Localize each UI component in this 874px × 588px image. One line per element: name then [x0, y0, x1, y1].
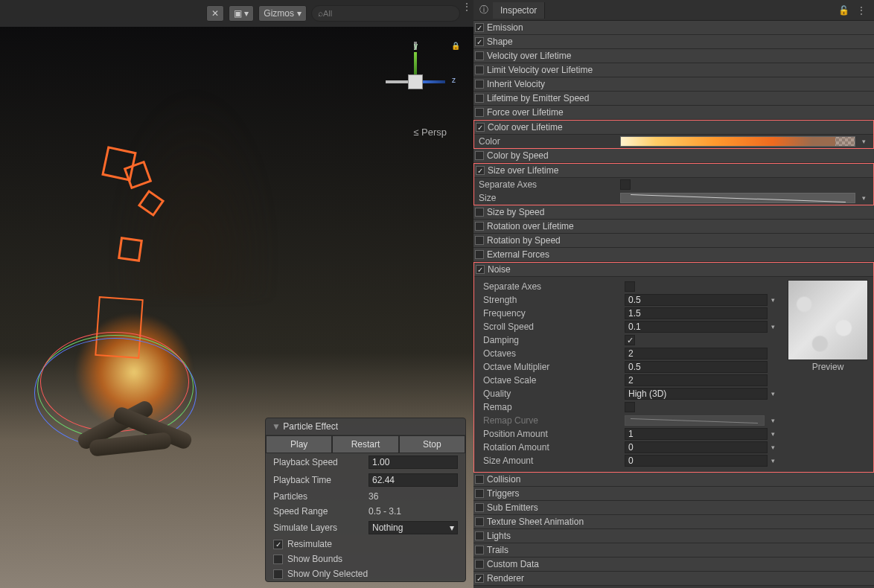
simulate-layers-field[interactable]: Nothing▾ [369, 521, 458, 534]
noise-preview: Preview [787, 280, 869, 467]
lock-icon[interactable]: 🔒 [451, 42, 460, 50]
show-bounds-checkbox[interactable] [273, 555, 283, 564]
noise-damping-label: Damping [483, 335, 625, 345]
rotation-over-lifetime-checkbox[interactable] [475, 222, 484, 231]
velocity-over-lifetime-checkbox[interactable] [475, 51, 484, 60]
noise-checkbox[interactable] [476, 265, 485, 274]
orientation-gizmo[interactable]: 🔒 y z [378, 45, 453, 119]
noise-frequency-field[interactable]: 1.5 [625, 307, 768, 319]
noise-frequency-label: Frequency [483, 308, 625, 319]
playback-time-field[interactable]: 62.44 [369, 473, 458, 487]
show-only-selected-checkbox[interactable] [273, 569, 283, 579]
speed-range-value: 0.5 - 3.1 [369, 506, 458, 517]
sub-emitters-checkbox[interactable] [475, 503, 484, 512]
kebab-icon[interactable]: ⋮ [855, 5, 868, 16]
color-over-lifetime-checkbox[interactable] [476, 123, 485, 132]
module-rotation-over-lifetime[interactable]: Rotation over Lifetime [473, 220, 874, 233]
module-trails[interactable]: Trails [473, 543, 874, 557]
sol-separate-axes-checkbox[interactable] [620, 179, 631, 190]
module-size-over-lifetime[interactable]: Size over Lifetime [474, 164, 873, 177]
scene-view[interactable]: ✕ ▣ ▾ Gizmos ▾ ⌕ ⋮ 🔒 y z ≤ Persp [0, 0, 473, 588]
chevron-down-icon[interactable]: ▾ [858, 138, 869, 145]
module-size-by-speed[interactable]: Size by Speed [473, 205, 874, 219]
size-by-speed-checkbox[interactable] [475, 208, 484, 217]
module-noise[interactable]: Noise [474, 263, 873, 276]
projection-label[interactable]: ≤ Persp [413, 127, 447, 138]
limit-velocity-checkbox[interactable] [475, 65, 484, 74]
chevron-down-icon[interactable]: ▾ [858, 194, 869, 202]
module-emission[interactable]: Emission [473, 21, 874, 34]
noise-position-amount-field[interactable]: 1 [625, 428, 768, 440]
restart-button[interactable]: Restart [332, 435, 398, 453]
noise-scroll-speed-field[interactable]: 0.1 [625, 321, 768, 333]
module-rotation-by-speed[interactable]: Rotation by Speed [473, 234, 874, 247]
noise-damping-checkbox[interactable] [625, 335, 635, 345]
emission-checkbox[interactable] [475, 23, 484, 32]
module-lights[interactable]: Lights [473, 529, 874, 543]
resimulate-checkbox[interactable] [273, 540, 283, 549]
noise-rotation-amount-field[interactable]: 0 [625, 441, 768, 453]
noise-octaves-field[interactable]: 2 [625, 348, 768, 359]
size-label: Size [479, 193, 620, 203]
tools-icon[interactable]: ✕ [206, 5, 224, 22]
kebab-icon[interactable]: ⋮ [460, 0, 473, 13]
stop-button[interactable]: Stop [399, 435, 465, 453]
noise-strength-field[interactable]: 0.5 [625, 294, 768, 306]
chevron-down-icon[interactable]: ▾ [768, 390, 778, 397]
module-texture-sheet-animation[interactable]: Texture Sheet Animation [473, 515, 874, 528]
module-sub-emitters[interactable]: Sub Emitters [473, 501, 874, 514]
color-by-speed-checkbox[interactable] [475, 151, 484, 160]
module-shape[interactable]: Shape [473, 35, 874, 48]
collision-checkbox[interactable] [475, 475, 484, 484]
module-external-forces[interactable]: External Forces [473, 248, 874, 261]
module-inherit-velocity[interactable]: Inherit Velocity [473, 77, 874, 91]
rotation-by-speed-checkbox[interactable] [475, 236, 484, 245]
gizmos-dropdown[interactable]: Gizmos ▾ [258, 5, 307, 22]
module-color-by-speed[interactable]: Color by Speed [473, 149, 874, 162]
module-velocity-over-lifetime[interactable]: Velocity over Lifetime [473, 49, 874, 63]
module-force-over-lifetime[interactable]: Force over Lifetime [473, 106, 874, 119]
triggers-checkbox[interactable] [475, 489, 484, 498]
camera-dropdown[interactable]: ▣ ▾ [229, 5, 254, 22]
noise-scroll-speed-label: Scroll Speed [483, 322, 625, 332]
noise-remap-checkbox[interactable] [625, 402, 635, 412]
chevron-down-icon[interactable]: ▾ [768, 444, 778, 451]
play-button[interactable]: Play [266, 435, 332, 453]
external-forces-checkbox[interactable] [475, 250, 484, 259]
chevron-down-icon[interactable]: ▾ [768, 296, 778, 304]
size-curve-field[interactable] [620, 193, 855, 203]
module-collision[interactable]: Collision [473, 473, 874, 486]
lights-checkbox[interactable] [475, 531, 484, 540]
color-gradient-field[interactable] [620, 136, 855, 147]
noise-quality-field[interactable]: High (3D) [625, 388, 768, 400]
noise-octave-scale-field[interactable]: 2 [625, 374, 768, 386]
inherit-velocity-checkbox[interactable] [475, 80, 484, 89]
chevron-down-icon[interactable]: ▾ [768, 430, 778, 438]
search-input[interactable]: ⌕ [311, 5, 460, 22]
module-triggers[interactable]: Triggers [473, 487, 874, 500]
lifetime-by-emitter-speed-checkbox[interactable] [475, 94, 484, 103]
trails-checkbox[interactable] [475, 546, 484, 555]
chevron-down-icon[interactable]: ▾ [768, 457, 778, 464]
lock-icon[interactable]: 🔓 [837, 5, 850, 16]
module-lifetime-by-emitter-speed[interactable]: Lifetime by Emitter Speed [473, 92, 874, 105]
module-renderer[interactable]: Renderer [473, 572, 874, 585]
module-limit-velocity-over-lifetime[interactable]: Limit Velocity over Lifetime [473, 63, 874, 77]
noise-size-amount-field[interactable]: 0 [625, 455, 768, 467]
shape-checkbox[interactable] [475, 37, 484, 46]
force-over-lifetime-checkbox[interactable] [475, 108, 484, 117]
texture-sheet-animation-checkbox[interactable] [475, 517, 484, 526]
custom-data-checkbox[interactable] [475, 560, 484, 569]
search-field[interactable] [323, 9, 453, 18]
module-color-over-lifetime[interactable]: Color over Lifetime [474, 121, 873, 134]
inspector-tab[interactable]: Inspector [493, 2, 545, 19]
noise-remap-label: Remap [483, 402, 625, 412]
noise-separate-axes-checkbox[interactable] [625, 281, 635, 292]
particles-label: Particles [273, 491, 307, 502]
module-custom-data[interactable]: Custom Data [473, 557, 874, 571]
renderer-checkbox[interactable] [475, 574, 484, 583]
playback-speed-field[interactable]: 1.00 [369, 456, 458, 469]
size-over-lifetime-checkbox[interactable] [476, 166, 485, 175]
chevron-down-icon[interactable]: ▾ [768, 323, 778, 330]
noise-octave-multiplier-field[interactable]: 0.5 [625, 361, 768, 373]
